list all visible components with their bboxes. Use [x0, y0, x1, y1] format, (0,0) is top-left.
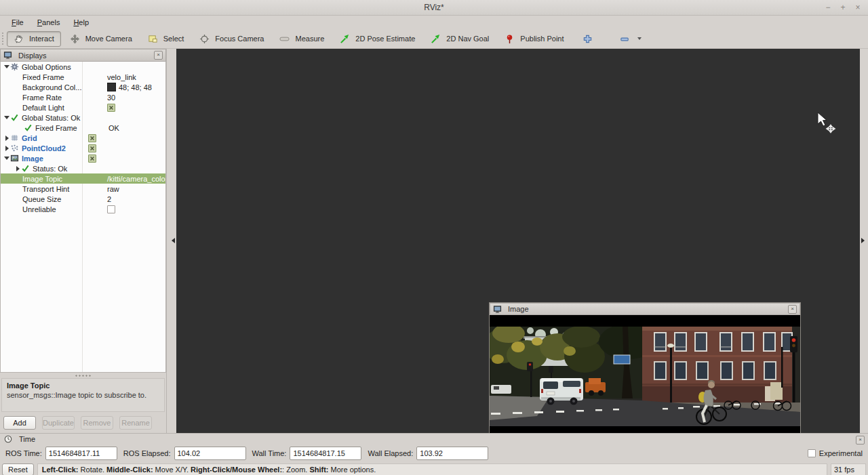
camera-photo	[490, 327, 800, 426]
row-value-text[interactable]: 2	[107, 195, 111, 203]
right-dock-gutter[interactable]	[860, 49, 868, 433]
experimental-toggle: Experimental	[808, 449, 863, 457]
window-titlebar[interactable]: RViz* −+×	[0, 0, 868, 16]
grid-icon	[10, 133, 20, 142]
tool-label: Interact	[29, 35, 54, 43]
enable-checkbox-checked[interactable]	[88, 154, 96, 163]
row-value	[85, 154, 165, 163]
row-value-text[interactable]: /kitti/camera_color_rig...	[107, 175, 165, 183]
row-value: 2	[104, 195, 165, 203]
row-value-text[interactable]: OK	[108, 124, 119, 132]
expander-closed-icon[interactable]	[3, 146, 10, 151]
mouse-cursor-icon	[817, 112, 837, 133]
time-field-input[interactable]	[174, 447, 246, 460]
help-text: sensor_msgs::Image topic to subscribe to…	[7, 391, 159, 399]
image-panel-icon	[493, 305, 502, 314]
clock-icon	[4, 435, 14, 444]
3d-viewport[interactable]: Image ×	[176, 49, 860, 433]
row-value-text[interactable]: velo_link	[107, 73, 136, 81]
tool-label: Publish Point	[520, 35, 564, 43]
tree-row-grid[interactable]: Grid	[1, 133, 165, 143]
tool-publish-point[interactable]: Publish Point	[498, 31, 570, 47]
measure-icon	[279, 34, 290, 44]
tool-interact[interactable]: Interact	[7, 31, 61, 47]
expander-closed-icon[interactable]	[3, 136, 10, 141]
tool-select[interactable]: Select	[141, 31, 191, 47]
row-value-text[interactable]: 48; 48; 48	[119, 83, 152, 91]
time-field-ros-elapsed: ROS Elapsed:	[123, 447, 246, 460]
tree-row-global-status[interactable]: Global Status: Ok	[1, 112, 165, 123]
image-panel-titlebar[interactable]: Image ×	[490, 303, 800, 315]
tree-row-unreliable[interactable]: Unreliable	[1, 204, 165, 214]
expander-open-icon[interactable]	[3, 157, 10, 160]
main-area: Displays × Global OptionsFixed Framevelo…	[0, 49, 868, 433]
tree-row-image-topic[interactable]: Image Topic/kitti/camera_color_rig...	[1, 173, 165, 184]
tool-move-camera[interactable]: Move Camera	[63, 31, 139, 47]
window-title: RViz*	[424, 3, 444, 12]
row-label: Unreliable	[22, 205, 56, 213]
window-minimize-button[interactable]: −	[822, 1, 834, 14]
tree-row-default-light[interactable]: Default Light	[1, 102, 165, 112]
row-label: Queue Size	[22, 195, 61, 203]
tree-row-background-color[interactable]: Background Col...48; 48; 48	[1, 82, 165, 92]
image-close-icon[interactable]: ×	[788, 305, 797, 314]
menu-help[interactable]: Help	[67, 17, 95, 28]
tree-row-transport-hint[interactable]: Transport Hintraw	[1, 184, 165, 194]
rename-display-button: Rename	[119, 416, 152, 430]
red-pin-icon	[505, 34, 515, 44]
time-close-icon[interactable]: ×	[856, 436, 865, 445]
menu-file[interactable]: File	[5, 17, 30, 28]
displays-panel-titlebar[interactable]: Displays ×	[0, 49, 166, 62]
row-label: Grid	[22, 134, 37, 142]
tree-row-pointcloud2[interactable]: PointCloud2	[1, 143, 165, 153]
remove-tool-button[interactable]	[613, 31, 648, 47]
left-dock-gutter[interactable]	[167, 49, 176, 433]
tree-row-image-status[interactable]: Status: Ok	[1, 163, 165, 173]
expander-open-icon[interactable]	[3, 116, 10, 119]
experimental-label: Experimental	[819, 449, 863, 457]
row-value-text[interactable]: 30	[107, 94, 115, 102]
reset-button[interactable]: Reset	[2, 463, 34, 475]
window-close-button[interactable]: ×	[852, 1, 864, 14]
enable-checkbox-checked[interactable]	[88, 144, 96, 152]
enable-checkbox-unchecked[interactable]	[107, 205, 115, 213]
enable-checkbox-checked[interactable]	[107, 104, 115, 112]
time-field-input[interactable]	[45, 447, 117, 460]
tool-focus-camera[interactable]: Focus Camera	[193, 31, 271, 47]
tree-row-global-options[interactable]: Global Options	[1, 62, 165, 72]
tool-2d-nav-goal[interactable]: 2D Nav Goal	[424, 31, 496, 47]
tree-row-image[interactable]: Image	[1, 153, 165, 163]
plus-blue-icon	[583, 34, 593, 44]
menu-panels[interactable]: Panels	[31, 17, 66, 28]
tool-measure[interactable]: Measure	[273, 31, 331, 47]
collapse-right-arrow-icon[interactable]	[861, 238, 865, 243]
enable-checkbox-checked[interactable]	[88, 134, 96, 142]
color-swatch[interactable]	[107, 83, 116, 91]
expander-open-icon[interactable]	[3, 65, 10, 68]
tool-label: Move Camera	[85, 35, 132, 43]
experimental-checkbox[interactable]	[808, 449, 816, 457]
check-icon	[10, 113, 20, 122]
tree-splitter-handle[interactable]	[0, 373, 166, 378]
caret-down-icon	[637, 37, 642, 40]
tree-row-fixed-frame-status[interactable]: Fixed FrameOK	[1, 123, 165, 133]
time-field-input[interactable]	[416, 447, 488, 460]
tool-2d-pose-estimate[interactable]: 2D Pose Estimate	[333, 31, 422, 47]
tree-row-frame-rate[interactable]: Frame Rate30	[1, 92, 165, 102]
add-display-button[interactable]: Add	[3, 416, 36, 430]
row-label: Status: Ok	[33, 165, 67, 173]
time-field-input[interactable]	[290, 447, 361, 460]
add-tool-button[interactable]	[576, 31, 601, 47]
tree-row-queue-size[interactable]: Queue Size2	[1, 194, 165, 204]
collapse-left-arrow-icon[interactable]	[172, 238, 175, 243]
expander-closed-icon[interactable]	[14, 166, 21, 171]
time-panel-titlebar[interactable]: Time ×	[0, 434, 868, 445]
tool-label: 2D Nav Goal	[446, 35, 489, 43]
row-value-text[interactable]: raw	[107, 185, 119, 193]
displays-close-icon[interactable]: ×	[154, 51, 163, 60]
crosshair-icon	[199, 34, 210, 44]
minus-blue-icon	[620, 34, 630, 44]
pointcloud-canvas[interactable]	[176, 49, 380, 150]
window-maximize-button[interactable]: +	[837, 1, 849, 14]
tree-row-fixed-frame[interactable]: Fixed Framevelo_link	[1, 72, 165, 82]
